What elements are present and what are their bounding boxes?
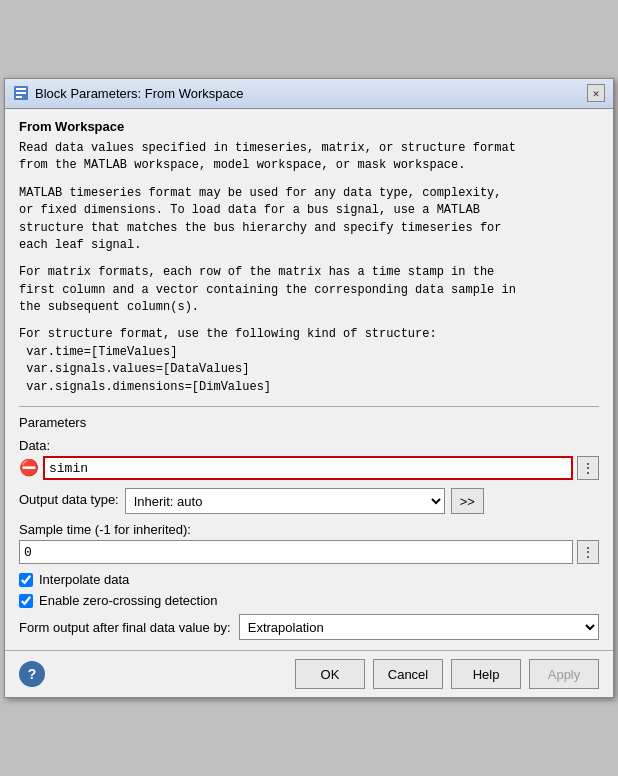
parameters-label: Parameters: [19, 415, 599, 430]
description-3: For matrix formats, each row of the matr…: [19, 264, 599, 316]
data-field-row: Data: ⛔ ⋮: [19, 438, 599, 480]
section-name: From Workspace: [19, 119, 599, 134]
title-bar: Block Parameters: From Workspace ✕: [5, 79, 613, 109]
sample-time-input[interactable]: [19, 540, 573, 564]
form-output-row: Form output after final data value by: E…: [19, 614, 599, 640]
block-parameters-window: Block Parameters: From Workspace ✕ From …: [4, 78, 614, 698]
zero-crossing-row: Enable zero-crossing detection: [19, 593, 599, 608]
interpolate-checkbox[interactable]: [19, 573, 33, 587]
output-data-type-select[interactable]: Inherit: auto: [125, 488, 445, 514]
interpolate-row: Interpolate data: [19, 572, 599, 587]
close-button[interactable]: ✕: [587, 84, 605, 102]
data-label: Data:: [19, 438, 599, 453]
data-input-row: ⛔ ⋮: [19, 456, 599, 480]
data-kebab-button[interactable]: ⋮: [577, 456, 599, 480]
svg-rect-2: [16, 92, 26, 94]
svg-rect-3: [16, 96, 22, 98]
title-bar-left: Block Parameters: From Workspace: [13, 85, 244, 101]
data-input[interactable]: [43, 456, 573, 480]
section-divider: [19, 406, 599, 407]
description-1: Read data values specified in timeseries…: [19, 140, 599, 175]
description-4: For structure format, use the following …: [19, 326, 599, 396]
output-data-type-row: Output data type: Inherit: auto >>: [19, 488, 599, 514]
zero-crossing-label[interactable]: Enable zero-crossing detection: [39, 593, 218, 608]
form-output-select[interactable]: Extrapolation: [239, 614, 599, 640]
sample-time-label: Sample time (-1 for inherited):: [19, 522, 599, 537]
form-output-label: Form output after final data value by:: [19, 620, 231, 635]
output-data-type-select-row: Output data type: Inherit: auto >>: [19, 488, 599, 514]
description-2: MATLAB timeseries format may be used for…: [19, 185, 599, 255]
zero-crossing-checkbox[interactable]: [19, 594, 33, 608]
error-icon: ⛔: [19, 458, 39, 478]
sample-time-row: Sample time (-1 for inherited): ⋮: [19, 522, 599, 564]
ok-button[interactable]: OK: [295, 659, 365, 689]
interpolate-label[interactable]: Interpolate data: [39, 572, 129, 587]
sample-time-kebab-button[interactable]: ⋮: [577, 540, 599, 564]
window-title: Block Parameters: From Workspace: [35, 86, 244, 101]
output-data-type-label: Output data type:: [19, 492, 119, 507]
window-icon: [13, 85, 29, 101]
help-icon-button[interactable]: ?: [19, 661, 45, 687]
help-button[interactable]: Help: [451, 659, 521, 689]
svg-rect-1: [16, 88, 26, 90]
sample-time-input-row: ⋮: [19, 540, 599, 564]
dialog-buttons: OK Cancel Help Apply: [295, 659, 599, 689]
button-bar: ? OK Cancel Help Apply: [5, 650, 613, 697]
apply-button[interactable]: Apply: [529, 659, 599, 689]
output-data-type-arrow-button[interactable]: >>: [451, 488, 484, 514]
content-area: From Workspace Read data values specifie…: [5, 109, 613, 650]
cancel-button[interactable]: Cancel: [373, 659, 443, 689]
